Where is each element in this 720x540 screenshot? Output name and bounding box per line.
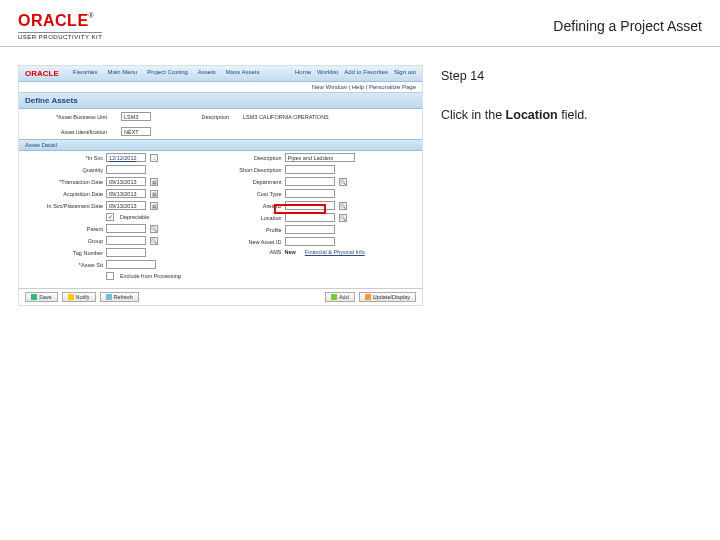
page-title: Defining a Project Asset	[553, 12, 702, 34]
place-input[interactable]: 09/13/2013	[106, 201, 146, 210]
desc-input[interactable]: Pipes and Ladders	[285, 153, 355, 162]
short-input[interactable]	[285, 165, 335, 174]
exclude-checkbox[interactable]	[106, 272, 114, 280]
screenshot-wrapper: ORACLE Favorites Main Menu Project Costi…	[18, 65, 423, 306]
cost-label: Cost Type	[224, 191, 282, 197]
calendar-icon[interactable]: ▦	[150, 202, 158, 210]
page-header: ORACLE® USER PRODUCTIVITY KIT Defining a…	[0, 0, 720, 47]
location-input[interactable]	[285, 213, 335, 222]
parent-input[interactable]	[106, 224, 146, 233]
dept-label: Department	[224, 179, 282, 185]
profile-input[interactable]	[285, 225, 335, 234]
save-button[interactable]: Save	[25, 292, 58, 302]
assetid-input[interactable]: NEXT	[121, 127, 151, 136]
place-label: In Svc/Placement Date	[29, 203, 103, 209]
brand-block: ORACLE® USER PRODUCTIVITY KIT	[18, 12, 102, 40]
save-icon	[31, 294, 37, 300]
add-icon	[331, 294, 337, 300]
insvc-label: *In Svc	[29, 155, 103, 161]
notify-button[interactable]: Notify	[62, 292, 96, 302]
menu-mass-assets[interactable]: Mass Assets	[226, 69, 260, 78]
lookup-icon[interactable]: 🔍	[339, 214, 347, 222]
depreciable-checkbox[interactable]: ✓	[106, 213, 114, 221]
depreciable-label: Depreciable	[120, 214, 149, 220]
refresh-button[interactable]: Refresh	[100, 292, 139, 302]
app-menubar: ORACLE Favorites Main Menu Project Costi…	[19, 66, 422, 82]
lookup-icon[interactable]: 🔍	[150, 225, 158, 233]
ams-value: New	[285, 249, 296, 255]
tag-label: Tag Number	[29, 250, 103, 256]
exclude-label: Exclude from Processing	[120, 273, 181, 279]
step-label: Step 14	[441, 67, 702, 86]
notify-icon	[68, 294, 74, 300]
notify-label: Notify	[76, 294, 90, 300]
top-form-row-1: *Asset Business Unit LSM3 Description LS…	[19, 109, 422, 124]
top-form-row-2: Asset Identification NEXT	[19, 124, 422, 139]
ams-label: AMS	[224, 249, 282, 255]
link-signout[interactable]: Sign out	[394, 69, 416, 75]
menu-favorites[interactable]: Favorites	[73, 69, 98, 78]
insvc-lookup-icon[interactable]: ⌵	[150, 154, 158, 162]
instr-before: Click in the	[441, 108, 506, 122]
group-label: Group	[29, 238, 103, 244]
menu-assets[interactable]: Assets	[198, 69, 216, 78]
lookup-icon[interactable]: 🔍	[150, 237, 158, 245]
group-input[interactable]	[106, 236, 146, 245]
update-icon	[365, 294, 371, 300]
save-label: Save	[39, 294, 52, 300]
instr-after: field.	[558, 108, 588, 122]
add-label: Add	[339, 294, 349, 300]
refresh-icon	[106, 294, 112, 300]
link-worklist[interactable]: Worklist	[317, 69, 338, 75]
insvc-input[interactable]: 12/12/2012	[106, 153, 146, 162]
lookup-icon[interactable]: 🔍	[339, 178, 347, 186]
instruction-text: Click in the Location field.	[441, 106, 702, 125]
trans-label: *Transaction Date	[29, 179, 103, 185]
status-label: *Asset Stt	[29, 262, 103, 268]
newasset-input[interactable]	[285, 237, 335, 246]
financial-link[interactable]: Financial & Physical Info	[305, 249, 365, 255]
link-home[interactable]: Home	[295, 69, 311, 75]
menu-main[interactable]: Main Menu	[107, 69, 137, 78]
detail-left-col: *In Svc 12/12/2012 ⌵ Quantity *Transacti…	[29, 153, 218, 280]
desc-value: LSM3 CALIFORNIA OPERATIONS	[243, 114, 329, 120]
embedded-screenshot: ORACLE Favorites Main Menu Project Costi…	[18, 65, 423, 306]
content-area: ORACLE Favorites Main Menu Project Costi…	[0, 47, 720, 324]
calendar-icon[interactable]: ▦	[150, 190, 158, 198]
refresh-label: Refresh	[114, 294, 133, 300]
add-button[interactable]: Add	[325, 292, 355, 302]
form-page-title: Define Assets	[19, 93, 422, 109]
bu-input[interactable]: LSM3	[121, 112, 151, 121]
acq-input[interactable]: 09/13/2013	[106, 189, 146, 198]
dept-input[interactable]	[285, 177, 335, 186]
instruction-panel: Step 14 Click in the Location field.	[441, 65, 702, 306]
qty-input[interactable]	[106, 165, 146, 174]
cost-select[interactable]	[285, 189, 335, 198]
detail-grid: *In Svc 12/12/2012 ⌵ Quantity *Transacti…	[19, 151, 422, 282]
app-subbar: New Window | Help | Personalize Page	[19, 82, 422, 93]
qty-label: Quantity	[29, 167, 103, 173]
detail-right-col: Description Pipes and Ladders Short Desc…	[224, 153, 413, 280]
parent-label: Parent	[29, 226, 103, 232]
calendar-icon[interactable]: ▦	[150, 178, 158, 186]
update-label: Update/Display	[373, 294, 410, 300]
bu-label: *Asset Business Unit	[29, 114, 107, 120]
menu-project-costing[interactable]: Project Costing	[147, 69, 188, 78]
profile-label: Profile	[224, 227, 282, 233]
assetid-label: Asset Identification	[29, 129, 107, 135]
lookup-icon[interactable]: 🔍	[339, 202, 347, 210]
area-label: Area ID	[224, 203, 282, 209]
link-add-fav[interactable]: Add to Favorites	[344, 69, 388, 75]
brand-wordmark: ORACLE	[18, 12, 89, 29]
newasset-label: New Asset ID	[224, 239, 282, 245]
product-line: USER PRODUCTIVITY KIT	[18, 32, 102, 40]
trans-input[interactable]: 09/13/2013	[106, 177, 146, 186]
desc-label: Description	[165, 114, 229, 120]
update-button[interactable]: Update/Display	[359, 292, 416, 302]
status-select[interactable]	[106, 260, 156, 269]
desc-label: Description	[224, 155, 282, 161]
tag-input[interactable]	[106, 248, 146, 257]
location-label: Location	[224, 215, 282, 221]
action-bar: Save Notify Refresh Add Update/Display	[19, 288, 422, 305]
app-logo: ORACLE	[25, 69, 59, 78]
